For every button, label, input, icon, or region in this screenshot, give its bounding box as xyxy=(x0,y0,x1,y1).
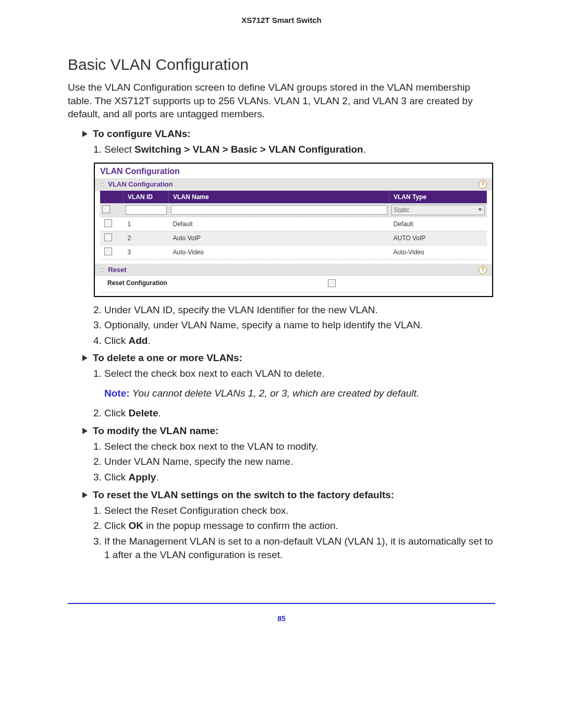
chevron-right-icon xyxy=(82,428,88,434)
col-checkbox xyxy=(100,191,124,203)
proc-configure-heading: To configure VLANs: xyxy=(82,128,495,140)
page-number: 85 xyxy=(68,614,495,623)
chevron-down-icon xyxy=(478,208,482,211)
modify-step-2: Under VLAN Name, specify the new name. xyxy=(104,455,495,468)
table-row: 3 Auto-Video Auto-Video xyxy=(100,245,487,259)
grip-icon: :: xyxy=(100,266,105,274)
configure-step-2: Under VLAN ID, specify the VLAN Identifi… xyxy=(104,303,495,317)
panel-title: VLAN Configuration xyxy=(95,164,492,178)
modify-step-1: Select the check box next to the VLAN to… xyxy=(104,440,495,453)
apply-label: Apply xyxy=(128,472,156,483)
cell-vlan-type: Default xyxy=(389,217,487,231)
delete-step-1: Select the check box next to each VLAN t… xyxy=(104,367,495,380)
step-text: Select xyxy=(104,144,134,155)
chevron-right-icon xyxy=(82,492,88,498)
row-checkbox[interactable] xyxy=(104,219,112,227)
reset-section-title: Reset xyxy=(108,266,126,274)
configure-step-4: Click Add. xyxy=(104,334,495,348)
step-text-post: . xyxy=(363,144,366,155)
chevron-right-icon xyxy=(82,131,88,137)
doc-header: XS712T Smart Switch xyxy=(68,16,495,24)
ok-label: OK xyxy=(128,520,143,531)
nav-path: Switching > VLAN > Basic > VLAN Configur… xyxy=(134,144,363,155)
delete-steps: Select the check box next to each VLAN t… xyxy=(89,367,495,380)
cell-vlan-name: Default xyxy=(169,217,389,231)
vlan-table: VLAN ID VLAN Name VLAN Type Static 1 De xyxy=(100,191,487,260)
reset-step-3: If the Management VLAN is set to a non-d… xyxy=(104,535,495,561)
reset-step-1: Select the Reset Configuration check box… xyxy=(104,504,495,517)
col-vlan-type: VLAN Type xyxy=(389,191,487,203)
delete-steps-cont: Click Delete. xyxy=(89,406,495,420)
delete-step-2: Click Delete. xyxy=(104,406,495,420)
step-text: Click xyxy=(104,408,128,418)
vlan-type-value: Static xyxy=(394,206,410,214)
delete-label: Delete xyxy=(128,408,158,418)
table-row: 1 Default Default xyxy=(100,217,487,231)
cell-vlan-type: AUTO VoIP xyxy=(389,231,487,245)
section-title: Basic VLAN Configuration xyxy=(68,56,495,73)
reset-row: Reset Configuration xyxy=(100,276,487,293)
row-checkbox[interactable] xyxy=(104,248,112,255)
cell-vlan-id: 2 xyxy=(124,231,169,245)
step-text-post: . xyxy=(148,335,150,346)
cell-vlan-name: Auto VoIP xyxy=(169,231,389,245)
proc-configure-heading-text: To configure VLANs: xyxy=(93,128,191,140)
cell-vlan-id: 3 xyxy=(124,245,169,259)
vlan-edit-row: Static xyxy=(100,203,487,217)
help-icon[interactable]: ? xyxy=(479,266,487,274)
step-text-post: . xyxy=(158,408,161,418)
section-bar-config: ::VLAN Configuration ? xyxy=(95,178,492,191)
step-text: Click xyxy=(104,335,128,346)
cell-vlan-id: 1 xyxy=(124,217,169,231)
add-label: Add xyxy=(128,335,148,346)
cell-vlan-name: Auto-Video xyxy=(169,245,389,259)
row-checkbox[interactable] xyxy=(104,233,112,241)
step-text: Click xyxy=(104,520,128,531)
proc-modify-heading-text: To modify the VLAN name: xyxy=(93,425,218,437)
col-vlan-id: VLAN ID xyxy=(124,191,169,203)
note-label: Note: xyxy=(104,388,130,399)
configure-step-1: Select Switching > VLAN > Basic > VLAN C… xyxy=(104,143,495,156)
modify-steps: Select the check box next to the VLAN to… xyxy=(89,440,495,484)
vlan-name-input[interactable] xyxy=(171,205,387,215)
vlan-config-panel: VLAN Configuration ::VLAN Configuration … xyxy=(94,163,493,297)
intro-paragraph: Use the VLAN Configuration screen to def… xyxy=(68,81,495,121)
proc-modify-heading: To modify the VLAN name: xyxy=(82,425,495,437)
footer-rule xyxy=(68,603,495,604)
grip-icon: :: xyxy=(100,180,105,188)
chevron-right-icon xyxy=(82,355,88,361)
select-all-checkbox[interactable] xyxy=(102,205,110,213)
reset-checkbox[interactable] xyxy=(328,279,336,287)
table-row: 2 Auto VoIP AUTO VoIP xyxy=(100,231,487,245)
step-text: Click xyxy=(104,472,128,483)
note-body: You cannot delete VLANs 1, 2, or 3, whic… xyxy=(132,388,419,399)
reset-steps: Select the Reset Configuration check box… xyxy=(89,504,495,562)
page: XS712T Smart Switch Basic VLAN Configura… xyxy=(0,0,563,644)
reset-label: Reset Configuration xyxy=(107,279,167,287)
configure-step-3: Optionally, under VLAN Name, specify a n… xyxy=(104,318,495,332)
cell-vlan-type: Auto-Video xyxy=(389,245,487,259)
modify-step-3: Click Apply. xyxy=(104,471,495,484)
col-vlan-name: VLAN Name xyxy=(169,191,389,203)
section-title-text: VLAN Configuration xyxy=(108,180,173,188)
configure-steps: Select Switching > VLAN > Basic > VLAN C… xyxy=(89,143,495,156)
vlan-id-input[interactable] xyxy=(126,205,167,215)
delete-note: Note: You cannot delete VLANs 1, 2, or 3… xyxy=(104,388,495,399)
table-header-row: VLAN ID VLAN Name VLAN Type xyxy=(100,191,487,203)
step-text-post: in the popup message to confirm the acti… xyxy=(143,520,338,531)
proc-delete-heading-text: To delete a one or more VLANs: xyxy=(93,352,242,364)
vlan-type-select[interactable]: Static xyxy=(391,205,485,215)
proc-reset-heading-text: To reset the VLAN settings on the switch… xyxy=(93,489,394,501)
section-bar-reset: ::Reset ? xyxy=(95,264,492,276)
help-icon[interactable]: ? xyxy=(479,180,487,189)
proc-reset-heading: To reset the VLAN settings on the switch… xyxy=(82,489,495,501)
reset-step-2: Click OK in the popup message to confirm… xyxy=(104,519,495,533)
proc-delete-heading: To delete a one or more VLANs: xyxy=(82,352,495,364)
configure-steps-cont: Under VLAN ID, specify the VLAN Identifi… xyxy=(89,303,495,348)
step-text-post: . xyxy=(156,472,158,483)
